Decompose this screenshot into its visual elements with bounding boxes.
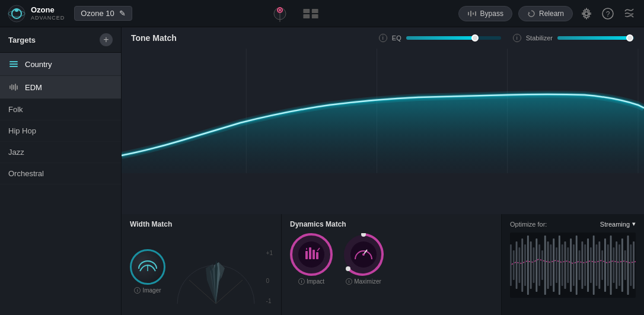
sidebar-item-jazz[interactable]: Jazz xyxy=(0,142,121,163)
svg-rect-49 xyxy=(521,238,523,292)
pencil-icon: ✎ xyxy=(119,9,126,18)
svg-point-17 xyxy=(585,12,588,15)
width-match-title: Width Match xyxy=(130,220,273,228)
sidebar-header: Targets + xyxy=(0,27,121,53)
help-button[interactable]: ? xyxy=(600,6,616,21)
svg-rect-52 xyxy=(530,241,532,289)
svg-rect-36 xyxy=(316,252,318,259)
svg-rect-83 xyxy=(619,244,620,286)
help-icon: ? xyxy=(602,8,614,20)
svg-rect-85 xyxy=(624,250,626,280)
bypass-button[interactable]: Bypass xyxy=(458,6,512,21)
bottom-panels: Width Match i Imager xyxy=(122,214,644,315)
svg-rect-61 xyxy=(556,247,557,283)
sidebar-items-list: Country EDM Folk xyxy=(0,53,121,315)
maximizer-info-icon[interactable]: i xyxy=(346,278,352,285)
svg-rect-14 xyxy=(473,12,474,15)
svg-rect-77 xyxy=(601,250,603,280)
sidebar-item-hiphop[interactable]: Hip Hop xyxy=(0,120,121,142)
eq-info-icon[interactable]: i xyxy=(379,34,387,42)
tone-match-panel: Tone Match i EQ i Stabilizer xyxy=(122,27,644,214)
scale-zero: 0 xyxy=(266,278,273,284)
sidebar-item-orchestral[interactable]: Orchestral xyxy=(0,163,121,184)
orb-icon[interactable] xyxy=(272,5,288,22)
svg-rect-80 xyxy=(610,236,612,295)
svg-point-0 xyxy=(8,5,25,22)
impact-info-icon[interactable]: i xyxy=(298,278,305,285)
imager-knob[interactable] xyxy=(130,249,165,285)
impact-knob-wrap: i Impact xyxy=(290,233,333,285)
settings-icon xyxy=(581,8,592,20)
svg-rect-55 xyxy=(538,244,540,286)
svg-text:?: ? xyxy=(606,10,610,18)
svg-rect-88 xyxy=(633,241,635,289)
svg-rect-84 xyxy=(621,238,623,292)
extra-icon xyxy=(623,8,635,20)
stabilizer-label: Stabilizer xyxy=(526,34,553,42)
main-area: Targets + Country xyxy=(0,27,644,315)
svg-rect-34 xyxy=(309,247,311,259)
svg-rect-56 xyxy=(541,250,543,280)
relearn-button[interactable]: Relearn xyxy=(518,6,573,21)
width-match-panel: Width Match i Imager xyxy=(122,214,282,315)
svg-rect-71 xyxy=(584,244,586,286)
preset-selector[interactable]: Ozone 10 ✎ xyxy=(74,6,132,21)
sidebar-item-edm[interactable]: EDM xyxy=(0,76,121,99)
svg-rect-46 xyxy=(513,250,515,280)
width-inner: i Imager xyxy=(130,233,273,309)
extra-button[interactable] xyxy=(621,6,637,21)
svg-rect-72 xyxy=(587,238,589,292)
svg-rect-74 xyxy=(593,236,595,295)
logo-text: Ozone ADVANCED xyxy=(31,6,65,20)
svg-rect-35 xyxy=(313,250,315,259)
stabilizer-slider[interactable] xyxy=(557,36,635,40)
streaming-service-label: Streaming xyxy=(600,221,630,228)
streaming-panel: Optimize for: Streaming ▾ xyxy=(502,214,644,315)
streaming-select[interactable]: Streaming ▾ xyxy=(600,220,636,228)
impact-label: i Impact xyxy=(298,278,324,285)
grid-icon[interactable] xyxy=(302,8,319,19)
tone-match-chart: Low Low-Mid High-Mid High xyxy=(122,49,644,179)
sidebar-item-country[interactable]: Country xyxy=(0,53,121,76)
svg-point-2 xyxy=(15,8,18,12)
sidebar-item-label-country: Country xyxy=(25,60,52,69)
svg-rect-73 xyxy=(590,247,592,283)
maximizer-label: i Maximizer xyxy=(346,278,381,285)
dynamics-inner: i Impact xyxy=(290,233,493,285)
maximizer-knob-wrap: i Maximizer xyxy=(342,233,385,285)
imager-icon xyxy=(139,262,157,272)
svg-rect-67 xyxy=(573,244,575,286)
maximizer-knob[interactable] xyxy=(342,233,385,276)
svg-rect-87 xyxy=(630,244,632,286)
svg-rect-81 xyxy=(613,247,614,283)
svg-rect-50 xyxy=(524,244,526,286)
svg-rect-33 xyxy=(305,251,308,259)
relearn-label: Relearn xyxy=(539,9,564,18)
optimize-label: Optimize for: xyxy=(510,221,547,228)
ozone-logo-icon xyxy=(7,4,26,23)
svg-rect-66 xyxy=(570,238,572,292)
impact-ring-svg xyxy=(290,233,333,276)
sidebar-item-folk[interactable]: Folk xyxy=(0,99,121,120)
svg-rect-76 xyxy=(598,241,600,289)
sidebar-item-label-folk: Folk xyxy=(8,105,23,114)
sidebar-item-label-jazz: Jazz xyxy=(8,148,24,157)
stabilizer-info-icon[interactable]: i xyxy=(513,34,521,42)
svg-rect-57 xyxy=(544,236,546,295)
svg-point-6 xyxy=(279,9,281,11)
svg-rect-47 xyxy=(516,241,518,289)
eq-slider[interactable] xyxy=(406,36,501,40)
svg-rect-63 xyxy=(562,244,563,286)
svg-rect-8 xyxy=(303,8,310,12)
svg-rect-79 xyxy=(607,244,609,286)
impact-knob[interactable] xyxy=(290,233,333,276)
svg-rect-10 xyxy=(303,14,310,18)
sidebar-title: Targets xyxy=(8,36,36,44)
svg-rect-45 xyxy=(510,244,512,286)
add-target-button[interactable]: + xyxy=(100,33,113,46)
imager-info-icon[interactable]: i xyxy=(134,287,141,294)
settings-button[interactable] xyxy=(579,6,594,21)
tone-curve-svg xyxy=(122,49,644,179)
svg-rect-62 xyxy=(559,236,560,295)
maximizer-ring-svg xyxy=(342,233,385,276)
